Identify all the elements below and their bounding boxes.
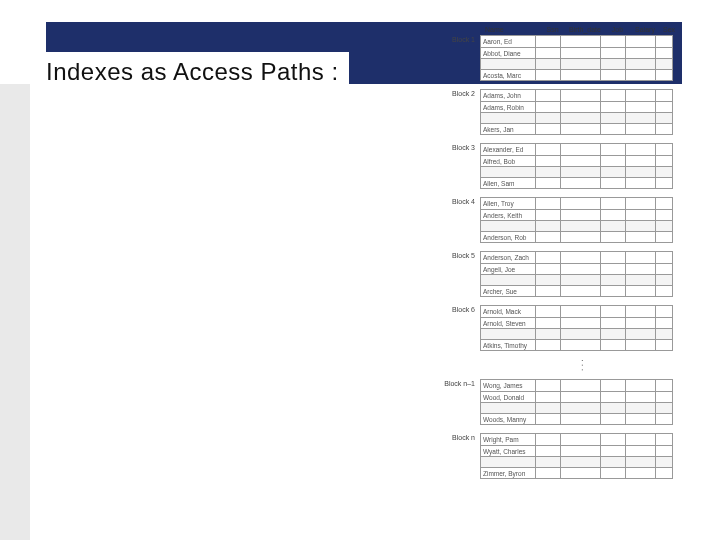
name-cell: Wong, James xyxy=(481,380,536,391)
block-table: Anderson, ZachAngeli, JoeArcher, Sue xyxy=(480,251,673,297)
block-label: Block 6 xyxy=(440,305,480,313)
table-row: Zimmer, Byron xyxy=(481,467,672,478)
table-row: Wong, James xyxy=(481,380,672,391)
name-cell: Arnold, Steven xyxy=(481,318,536,328)
table-row: Wyatt, Charles xyxy=(481,445,672,456)
block-table: Arnold, MackArnold, StevenAtkins, Timoth… xyxy=(480,305,673,351)
col-job: Job xyxy=(605,26,630,33)
name-cell: Wright, Pam xyxy=(481,434,536,445)
name-cell: Aaron, Ed xyxy=(481,36,536,47)
block-label: Block 5 xyxy=(440,251,480,259)
table-gap-row xyxy=(481,220,672,231)
block: Block nWright, PamWyatt, CharlesZimmer, … xyxy=(440,433,680,479)
block: Block 4Allen, TroyAnders, KeithAnderson,… xyxy=(440,197,680,243)
name-cell: Anders, Keith xyxy=(481,210,536,220)
block-label: Block n xyxy=(440,433,480,441)
name-cell: Anderson, Rob xyxy=(481,232,536,242)
name-cell: Archer, Sue xyxy=(481,286,536,296)
name-cell: Anderson, Zach xyxy=(481,252,536,263)
block-table: Allen, TroyAnders, KeithAnderson, Rob xyxy=(480,197,673,243)
name-cell: Adams, John xyxy=(481,90,536,101)
name-cell: Wyatt, Charles xyxy=(481,446,536,456)
block-label: Block 3 xyxy=(440,143,480,151)
table-gap-row xyxy=(481,402,672,413)
block: Block 1Aaron, EdAbbot, DianeAcosta, Marc xyxy=(440,35,680,81)
col-salary: Salary xyxy=(630,26,660,33)
block-label: Block 4 xyxy=(440,197,480,205)
block-label: Block 1 xyxy=(440,35,480,43)
table-row: Anderson, Rob xyxy=(481,231,672,242)
name-cell: Abbot, Diane xyxy=(481,48,536,58)
block-label: Block 2 xyxy=(440,89,480,97)
name-cell: Zimmer, Byron xyxy=(481,468,536,478)
table-row: Angeli, Joe xyxy=(481,263,672,274)
table-row: Woods, Manny xyxy=(481,413,672,424)
table-row: Archer, Sue xyxy=(481,285,672,296)
name-cell: Wood, Donald xyxy=(481,392,536,402)
name-cell: Allen, Troy xyxy=(481,198,536,209)
table-gap-row xyxy=(481,58,672,69)
name-cell: Allen, Sam xyxy=(481,178,536,188)
table-row: Alfred, Bob xyxy=(481,155,672,166)
name-cell: Alfred, Bob xyxy=(481,156,536,166)
table-row: Anderson, Zach xyxy=(481,252,672,263)
page-title: Indexes as Access Paths : xyxy=(40,52,349,92)
table-gap-row xyxy=(481,328,672,339)
left-sidebar xyxy=(0,84,30,540)
block-label: Block n–1 xyxy=(440,379,480,387)
column-headers: Name Ssn Birth_date Job Salary Sex xyxy=(485,26,680,33)
table-gap-row xyxy=(481,456,672,467)
table-gap-row xyxy=(481,166,672,177)
table-row: Adams, John xyxy=(481,90,672,101)
block: Block 5Anderson, ZachAngeli, JoeArcher, … xyxy=(440,251,680,297)
table-row: Arnold, Mack xyxy=(481,306,672,317)
name-cell: Acosta, Marc xyxy=(481,70,536,80)
block: Block n–1Wong, JamesWood, DonaldWoods, M… xyxy=(440,379,680,425)
block: Block 3Alexander, EdAlfred, BobAllen, Sa… xyxy=(440,143,680,189)
block: Block 6Arnold, MackArnold, StevenAtkins,… xyxy=(440,305,680,351)
blocks-diagram: Name Ssn Birth_date Job Salary Sex Block… xyxy=(440,26,680,487)
col-sex: Sex xyxy=(660,26,678,33)
table-row: Wood, Donald xyxy=(481,391,672,402)
block: Block 2Adams, JohnAdams, RobinAkers, Jan xyxy=(440,89,680,135)
name-cell: Adams, Robin xyxy=(481,102,536,112)
name-cell: Angeli, Joe xyxy=(481,264,536,274)
table-row: Akers, Jan xyxy=(481,123,672,134)
col-name: Name xyxy=(485,26,540,33)
block-table: Wong, JamesWood, DonaldWoods, Manny xyxy=(480,379,673,425)
table-gap-row xyxy=(481,112,672,123)
table-row: Alexander, Ed xyxy=(481,144,672,155)
table-row: Anders, Keith xyxy=(481,209,672,220)
table-row: Wright, Pam xyxy=(481,434,672,445)
col-ssn: Ssn xyxy=(540,26,565,33)
name-cell: Woods, Manny xyxy=(481,414,536,424)
table-row: Acosta, Marc xyxy=(481,69,672,80)
block-table: Alexander, EdAlfred, BobAllen, Sam xyxy=(480,143,673,189)
table-row: Abbot, Diane xyxy=(481,47,672,58)
table-gap-row xyxy=(481,274,672,285)
block-table: Wright, PamWyatt, CharlesZimmer, Byron xyxy=(480,433,673,479)
name-cell: Alexander, Ed xyxy=(481,144,536,155)
name-cell: Atkins, Timothy xyxy=(481,340,536,350)
table-row: Aaron, Ed xyxy=(481,36,672,47)
name-cell: Akers, Jan xyxy=(481,124,536,134)
block-table: Aaron, EdAbbot, DianeAcosta, Marc xyxy=(480,35,673,81)
table-row: Allen, Troy xyxy=(481,198,672,209)
block-table: Adams, JohnAdams, RobinAkers, Jan xyxy=(480,89,673,135)
col-birthdate: Birth_date xyxy=(565,26,605,33)
name-cell: Arnold, Mack xyxy=(481,306,536,317)
ellipsis-dots: ··· xyxy=(580,359,585,373)
table-row: Arnold, Steven xyxy=(481,317,672,328)
table-row: Atkins, Timothy xyxy=(481,339,672,350)
table-row: Adams, Robin xyxy=(481,101,672,112)
table-row: Allen, Sam xyxy=(481,177,672,188)
